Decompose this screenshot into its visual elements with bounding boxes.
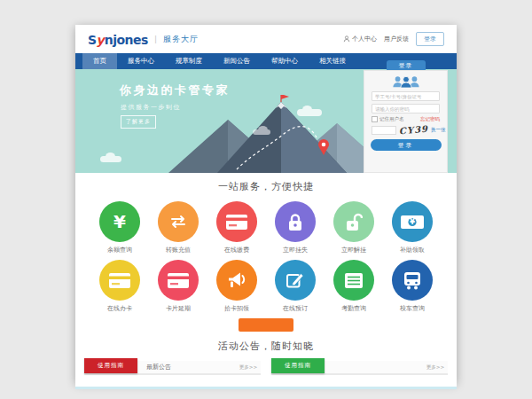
login-submit-button[interactable]: 登录 bbox=[371, 139, 442, 151]
unlock-icon bbox=[345, 213, 363, 231]
mountains-illustration bbox=[155, 95, 399, 173]
section-divider bbox=[75, 387, 457, 389]
logo-text: Synjones bbox=[88, 31, 148, 48]
services-title: 一站服务，方便快捷 bbox=[75, 180, 457, 193]
more-services-button[interactable]: 更多服务>> bbox=[239, 318, 293, 332]
nav-item-links[interactable]: 相关链接 bbox=[309, 53, 356, 69]
banknote-icon: ¥ bbox=[401, 215, 424, 229]
announcement-panel-left: 使用指南 最新公告 更多>> bbox=[84, 361, 261, 375]
captcha-input[interactable] bbox=[372, 126, 396, 135]
card-icon bbox=[168, 273, 189, 288]
compose-icon bbox=[286, 271, 304, 289]
right-more-link[interactable]: 更多>> bbox=[426, 364, 448, 371]
login-panel: 登录 记住用户名 忘记密码 bbox=[364, 60, 448, 173]
nav-item-news[interactable]: 新闻公告 bbox=[213, 53, 261, 69]
hero-title: 你身边的卡管专家 bbox=[120, 82, 230, 98]
left-panel-tabs: 使用指南 最新公告 更多>> bbox=[84, 361, 261, 375]
service-unfreeze-card[interactable]: 立即解挂 bbox=[327, 201, 380, 254]
users-icon bbox=[391, 74, 421, 89]
logo[interactable]: Synjones | 服务大厅 bbox=[88, 31, 199, 48]
remember-label: 记住用户名 bbox=[379, 116, 404, 122]
services-row-1: ¥ 余额查询 转账充值 在线缴费 bbox=[75, 201, 457, 254]
cloud-icon bbox=[100, 156, 121, 162]
personal-center-label: 个人中心 bbox=[352, 35, 377, 43]
header-login-button[interactable]: 登录 bbox=[416, 32, 444, 46]
service-transfer-recharge[interactable]: 转账充值 bbox=[152, 201, 205, 254]
megaphone-icon bbox=[226, 271, 247, 289]
forgot-password-link[interactable]: 忘记密码 bbox=[420, 116, 440, 122]
nav-item-help-center[interactable]: 帮助中心 bbox=[261, 53, 309, 69]
service-report-loss[interactable]: 立即挂失 bbox=[269, 201, 322, 254]
captcha-refresh-link[interactable]: 换一张 bbox=[431, 127, 446, 133]
site-header: Synjones | 服务大厅 个人中心 用户反馈 登录 bbox=[75, 25, 457, 53]
login-tab[interactable]: 登录 bbox=[387, 60, 426, 70]
list-icon bbox=[345, 273, 363, 288]
services-section: 一站服务，方便快捷 ¥ 余额查询 转账充值 bbox=[75, 173, 457, 332]
user-feedback-label: 用户反馈 bbox=[384, 35, 409, 43]
personal-center-link[interactable]: 个人中心 bbox=[343, 35, 377, 43]
left-ribbon-tab[interactable]: 使用指南 bbox=[84, 358, 137, 373]
service-card-extension[interactable]: 卡片延期 bbox=[152, 260, 205, 313]
logo-divider: | bbox=[154, 35, 157, 43]
person-icon bbox=[343, 35, 350, 43]
hero-cta-button[interactable]: 了解更多 bbox=[121, 115, 156, 129]
remember-checkbox[interactable] bbox=[372, 116, 378, 122]
user-feedback-link[interactable]: 用户反馈 bbox=[384, 35, 409, 43]
card-icon bbox=[109, 273, 130, 288]
header-actions: 个人中心 用户反馈 登录 bbox=[343, 32, 444, 46]
captcha-row: CY39 换一张 bbox=[372, 125, 440, 135]
password-input[interactable] bbox=[372, 104, 440, 113]
right-panel-tabs: 使用指南 更多>> bbox=[271, 361, 448, 375]
right-ribbon-tab[interactable]: 使用指南 bbox=[271, 358, 325, 373]
service-school-bus-inquiry[interactable]: 校车查询 bbox=[386, 260, 439, 313]
lock-icon bbox=[287, 213, 303, 231]
yuan-icon: ¥ bbox=[113, 213, 126, 231]
service-attendance-inquiry[interactable]: 考勤查询 bbox=[327, 260, 380, 313]
login-form: 记住用户名 忘记密码 CY39 换一张 登录 bbox=[364, 70, 448, 173]
announcements-title: 活动公告，随时知晓 bbox=[75, 340, 457, 353]
services-row-2: 在线办卡 卡片延期 拾 bbox=[75, 260, 457, 313]
browser-page: Synjones | 服务大厅 个人中心 用户反馈 登录 首页 服务中心 规章制… bbox=[75, 25, 457, 383]
announcement-panels: 使用指南 最新公告 更多>> 使用指南 更多>> bbox=[75, 361, 457, 375]
service-balance-inquiry[interactable]: ¥ 余额查询 bbox=[93, 201, 146, 254]
svg-text:¥: ¥ bbox=[410, 218, 415, 226]
transfer-arrows-icon bbox=[168, 215, 189, 229]
service-online-booking[interactable]: 在线预订 bbox=[269, 260, 322, 313]
cloud-icon bbox=[253, 129, 270, 135]
service-online-card-apply[interactable]: 在线办卡 bbox=[93, 260, 146, 313]
hero-subtitle: 提供服务一步到位 bbox=[121, 103, 181, 112]
captcha-image: CY39 bbox=[399, 124, 429, 137]
hero-banner: 你身边的卡管专家 提供服务一步到位 了解更多 登录 bbox=[75, 69, 457, 173]
bus-icon bbox=[403, 271, 421, 290]
desktop-background: Synjones | 服务大厅 个人中心 用户反馈 登录 首页 服务中心 规章制… bbox=[0, 0, 532, 399]
latest-news-tab[interactable]: 最新公告 bbox=[146, 363, 171, 372]
credit-card-icon bbox=[226, 215, 247, 230]
announcement-panel-right: 使用指南 更多>> bbox=[271, 361, 448, 375]
nav-item-service-center[interactable]: 服务中心 bbox=[117, 53, 165, 69]
announcements-section: 活动公告，随时知晓 使用指南 最新公告 更多>> 使用指南 更多>> bbox=[75, 340, 457, 389]
remember-row: 记住用户名 忘记密码 bbox=[372, 116, 440, 122]
site-name: 服务大厅 bbox=[163, 34, 199, 45]
cloud-icon bbox=[297, 109, 322, 116]
service-online-payment[interactable]: 在线缴费 bbox=[210, 201, 263, 254]
nav-item-rules[interactable]: 规章制度 bbox=[165, 53, 213, 69]
service-found-card-claim[interactable]: 拾卡招领 bbox=[210, 260, 263, 313]
nav-item-home[interactable]: 首页 bbox=[82, 53, 117, 69]
username-input[interactable] bbox=[372, 91, 440, 101]
service-subsidy-collection[interactable]: ¥ 补助领取 bbox=[386, 201, 439, 254]
left-more-link[interactable]: 更多>> bbox=[239, 364, 261, 371]
